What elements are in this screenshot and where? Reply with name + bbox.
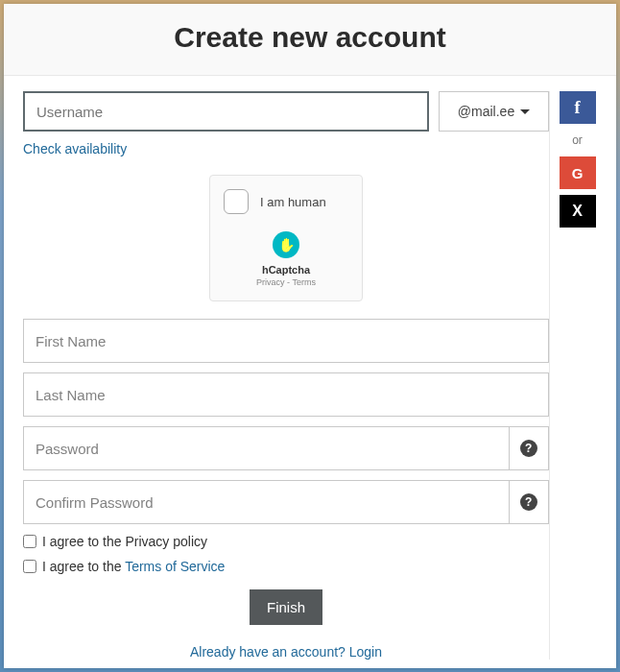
- login-link[interactable]: Login: [349, 644, 382, 660]
- password-help-button[interactable]: ?: [509, 426, 549, 470]
- username-input[interactable]: [23, 91, 429, 132]
- check-availability-link[interactable]: Check availability: [23, 141, 127, 156]
- first-name-input[interactable]: [23, 319, 549, 363]
- confirm-password-input[interactable]: [23, 480, 509, 524]
- question-icon: ?: [520, 493, 537, 511]
- facebook-icon: f: [575, 98, 581, 118]
- captcha-terms-link[interactable]: Terms: [292, 277, 316, 287]
- captcha-privacy-link[interactable]: Privacy: [256, 277, 285, 287]
- hcaptcha-logo-icon: [273, 231, 299, 258]
- privacy-policy-text: Privacy policy: [125, 534, 207, 549]
- page-title: Create new account: [4, 21, 616, 54]
- question-icon: ?: [520, 440, 537, 457]
- social-column: f or G X: [549, 91, 597, 660]
- domain-select[interactable]: @mail.ee: [439, 91, 549, 132]
- agree-tos-row[interactable]: I agree to the Terms of Service: [23, 559, 549, 574]
- hcaptcha-widget: I am human hCaptcha Privacy - Terms: [209, 175, 363, 301]
- captcha-label: I am human: [260, 195, 326, 209]
- x-icon: X: [572, 203, 583, 220]
- last-name-input[interactable]: [23, 372, 549, 417]
- login-prompt: Already have an account? Login: [23, 644, 549, 660]
- domain-label: @mail.ee: [458, 104, 514, 119]
- chevron-down-icon: [520, 109, 530, 114]
- captcha-checkbox[interactable]: [224, 189, 249, 214]
- finish-button[interactable]: Finish: [250, 589, 322, 625]
- captcha-legal: Privacy - Terms: [256, 277, 316, 287]
- agree-tos-checkbox[interactable]: [23, 560, 36, 573]
- x-login-button[interactable]: X: [560, 195, 596, 228]
- terms-of-service-link[interactable]: Terms of Service: [125, 559, 225, 574]
- google-login-button[interactable]: G: [560, 156, 596, 189]
- google-icon: G: [572, 165, 584, 181]
- captcha-brand: hCaptcha: [262, 264, 310, 276]
- agree-privacy-row[interactable]: I agree to the Privacy policy: [23, 534, 549, 549]
- facebook-login-button[interactable]: f: [560, 91, 596, 124]
- or-divider: or: [572, 130, 583, 151]
- agree-privacy-checkbox[interactable]: [23, 535, 36, 548]
- panel-header: Create new account: [4, 4, 616, 76]
- confirm-password-help-button[interactable]: ?: [509, 480, 549, 524]
- signup-panel: Create new account @mail.ee Check availa…: [4, 4, 616, 668]
- form-column: @mail.ee Check availability I am human h…: [23, 91, 549, 660]
- password-input[interactable]: [23, 426, 509, 470]
